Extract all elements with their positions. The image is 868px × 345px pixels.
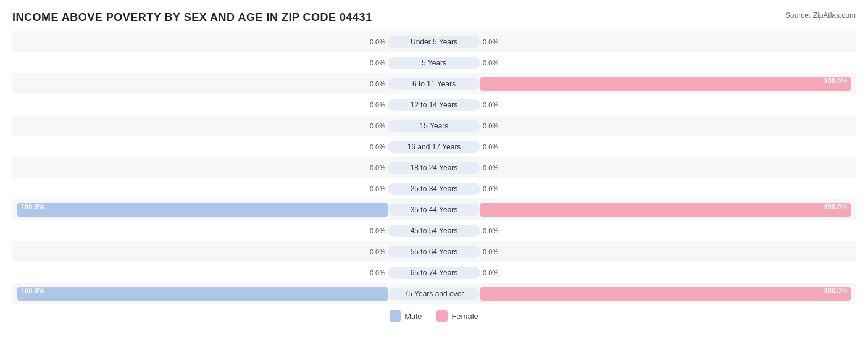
age-label: 25 to 34 Years — [388, 183, 480, 195]
bar-male-value: 0.0% — [370, 248, 385, 256]
age-label: 65 to 74 Years — [388, 267, 480, 279]
header-row: INCOME ABOVE POVERTY BY SEX AND AGE IN Z… — [12, 11, 856, 24]
age-label: 12 to 14 Years — [388, 99, 480, 111]
bar-female-value: 0.0% — [483, 269, 498, 276]
bar-female-value: 0.0% — [483, 248, 498, 256]
bar-male-value: 100.0% — [21, 203, 44, 210]
right-section: 100.0% — [480, 283, 856, 304]
right-section: 0.0% — [480, 115, 856, 136]
right-section: 0.0% — [480, 262, 856, 283]
bar-male-value: 0.0% — [370, 164, 385, 172]
bar-male: 100.0% — [17, 203, 388, 217]
legend-male-box — [390, 310, 401, 322]
left-section: 0.0% — [12, 178, 388, 199]
bar-male-value: 0.0% — [370, 59, 385, 67]
bar-male-value: 0.0% — [370, 143, 385, 151]
bar-male-value: 0.0% — [370, 269, 385, 276]
age-label: Under 5 Years — [388, 36, 480, 48]
left-section: 0.0% — [12, 241, 388, 262]
bar-female-value: 0.0% — [483, 164, 498, 172]
left-section: 0.0% — [12, 31, 388, 52]
bar-female-value: 0.0% — [483, 185, 498, 193]
chart-body: 0.0%Under 5 Years0.0%0.0%5 Years0.0%0.0%… — [12, 31, 856, 304]
age-label: 18 to 24 Years — [388, 162, 480, 174]
chart-title: INCOME ABOVE POVERTY BY SEX AND AGE IN Z… — [12, 11, 372, 24]
bar-female-value: 0.0% — [483, 227, 498, 235]
bar-female-value: 0.0% — [483, 143, 498, 151]
bar-female-value: 100.0% — [824, 77, 847, 85]
age-label: 45 to 54 Years — [388, 225, 480, 237]
age-label: 15 Years — [388, 120, 480, 132]
left-section: 0.0% — [12, 136, 388, 157]
bar-female-value: 0.0% — [483, 122, 498, 130]
legend-female-box — [436, 310, 448, 322]
right-section: 100.0% — [480, 199, 856, 220]
bar-row: 0.0%Under 5 Years0.0% — [12, 31, 856, 52]
right-section: 0.0% — [480, 178, 856, 199]
left-section: 0.0% — [12, 94, 388, 115]
legend-male-label: Male — [404, 312, 422, 321]
left-section: 0.0% — [12, 220, 388, 241]
bar-male-value: 0.0% — [370, 185, 385, 193]
bar-male-value: 100.0% — [21, 287, 44, 294]
left-section: 100.0% — [12, 283, 388, 304]
bar-row: 0.0%45 to 54 Years0.0% — [12, 220, 856, 241]
bar-female: 100.0% — [480, 77, 851, 91]
bar-male: 100.0% — [17, 287, 388, 301]
age-label: 35 to 44 Years — [388, 204, 480, 216]
left-section: 0.0% — [12, 52, 388, 73]
right-section: 0.0% — [480, 241, 856, 262]
bar-female-value: 0.0% — [483, 38, 498, 46]
bar-row: 0.0%65 to 74 Years0.0% — [12, 262, 856, 283]
bar-row: 0.0%6 to 11 Years100.0% — [12, 73, 856, 94]
age-label: 75 Years and over — [388, 288, 480, 300]
age-label: 6 to 11 Years — [388, 78, 480, 90]
bar-male-value: 0.0% — [370, 38, 385, 46]
right-section: 0.0% — [480, 31, 856, 52]
bar-male-value: 0.0% — [370, 122, 385, 130]
legend-male: Male — [390, 310, 422, 322]
bar-female-value: 0.0% — [483, 101, 498, 109]
bar-male-value: 0.0% — [370, 227, 385, 235]
bar-row: 100.0%35 to 44 Years100.0% — [12, 199, 856, 220]
right-section: 0.0% — [480, 136, 856, 157]
age-label: 16 and 17 Years — [388, 141, 480, 153]
right-section: 0.0% — [480, 94, 856, 115]
source-text: Source: ZipAtlas.com — [785, 11, 856, 20]
legend-female: Female — [436, 310, 478, 322]
bar-row: 0.0%15 Years0.0% — [12, 115, 856, 136]
bar-female: 100.0% — [480, 287, 851, 301]
bar-female: 100.0% — [480, 203, 851, 217]
bar-female-value: 100.0% — [824, 287, 847, 294]
bar-row: 100.0%75 Years and over100.0% — [12, 283, 856, 304]
bar-female-value: 100.0% — [824, 203, 847, 210]
bar-female-value: 0.0% — [483, 59, 498, 67]
right-section: 0.0% — [480, 157, 856, 178]
age-label: 55 to 64 Years — [388, 246, 480, 258]
bar-row: 0.0%5 Years0.0% — [12, 52, 856, 73]
left-section: 0.0% — [12, 115, 388, 136]
left-section: 0.0% — [12, 73, 388, 94]
bar-male-value: 0.0% — [370, 80, 385, 88]
bar-row: 0.0%12 to 14 Years0.0% — [12, 94, 856, 115]
bar-row: 0.0%25 to 34 Years0.0% — [12, 178, 856, 199]
left-section: 0.0% — [12, 157, 388, 178]
bar-row: 0.0%18 to 24 Years0.0% — [12, 157, 856, 178]
right-section: 0.0% — [480, 52, 856, 73]
legend-row: Male Female — [12, 310, 856, 322]
bar-male-value: 0.0% — [370, 101, 385, 109]
legend-female-label: Female — [451, 312, 478, 321]
age-label: 5 Years — [388, 57, 480, 69]
left-section: 100.0% — [12, 199, 388, 220]
chart-container: INCOME ABOVE POVERTY BY SEX AND AGE IN Z… — [0, 0, 868, 334]
right-section: 0.0% — [480, 220, 856, 241]
left-section: 0.0% — [12, 262, 388, 283]
right-section: 100.0% — [480, 73, 856, 94]
bar-row: 0.0%16 and 17 Years0.0% — [12, 136, 856, 157]
bar-row: 0.0%55 to 64 Years0.0% — [12, 241, 856, 262]
